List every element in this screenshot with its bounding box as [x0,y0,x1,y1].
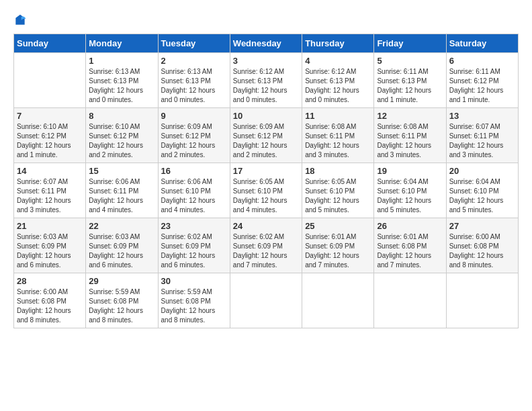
day-info: Sunrise: 6:08 AM Sunset: 6:11 PM Dayligh… [377,122,443,160]
day-number: 6 [449,56,515,66]
day-number: 28 [17,276,83,286]
day-number: 26 [377,221,443,231]
calendar-day-cell: 12Sunrise: 6:08 AM Sunset: 6:11 PM Dayli… [374,108,446,163]
calendar-day-cell: 20Sunrise: 6:04 AM Sunset: 6:10 PM Dayli… [446,163,518,218]
calendar-header-cell: Friday [374,34,446,53]
day-info: Sunrise: 6:09 AM Sunset: 6:12 PM Dayligh… [233,122,299,160]
day-info: Sunrise: 6:01 AM Sunset: 6:08 PM Dayligh… [377,232,443,270]
calendar-header-cell: Saturday [446,34,518,53]
day-number: 5 [377,56,443,66]
day-info: Sunrise: 6:02 AM Sunset: 6:09 PM Dayligh… [233,232,299,270]
day-info: Sunrise: 6:11 AM Sunset: 6:13 PM Dayligh… [377,67,443,105]
calendar-header-cell: Thursday [302,34,374,53]
calendar-day-cell: 30Sunrise: 5:59 AM Sunset: 6:08 PM Dayli… [158,273,230,328]
day-info: Sunrise: 6:07 AM Sunset: 6:11 PM Dayligh… [17,177,83,215]
calendar-day-cell: 7Sunrise: 6:10 AM Sunset: 6:12 PM Daylig… [14,108,86,163]
day-info: Sunrise: 6:13 AM Sunset: 6:13 PM Dayligh… [89,67,154,105]
day-info: Sunrise: 6:00 AM Sunset: 6:08 PM Dayligh… [17,287,83,325]
calendar-day-cell: 13Sunrise: 6:07 AM Sunset: 6:11 PM Dayli… [446,108,518,163]
day-info: Sunrise: 6:13 AM Sunset: 6:13 PM Dayligh… [161,67,227,105]
day-number: 1 [89,56,154,66]
calendar-day-cell: 16Sunrise: 6:06 AM Sunset: 6:10 PM Dayli… [158,163,230,218]
calendar-day-cell: 27Sunrise: 6:00 AM Sunset: 6:08 PM Dayli… [446,218,518,273]
calendar-day-cell [14,53,86,108]
day-info: Sunrise: 6:00 AM Sunset: 6:08 PM Dayligh… [449,232,515,270]
day-number: 2 [161,56,227,66]
day-info: Sunrise: 6:10 AM Sunset: 6:12 PM Dayligh… [17,122,83,160]
day-number: 10 [233,111,299,121]
calendar-table: SundayMondayTuesdayWednesdayThursdayFrid… [13,34,519,328]
day-info: Sunrise: 6:04 AM Sunset: 6:10 PM Dayligh… [377,177,443,215]
calendar-week-row: 1Sunrise: 6:13 AM Sunset: 6:13 PM Daylig… [14,53,519,108]
calendar-header-cell: Monday [86,34,158,53]
day-info: Sunrise: 6:04 AM Sunset: 6:10 PM Dayligh… [449,177,515,215]
calendar-day-cell: 25Sunrise: 6:01 AM Sunset: 6:09 PM Dayli… [302,218,374,273]
day-info: Sunrise: 6:11 AM Sunset: 6:12 PM Dayligh… [449,67,515,105]
day-number: 9 [161,111,227,121]
day-number: 29 [89,276,154,286]
calendar-week-row: 14Sunrise: 6:07 AM Sunset: 6:11 PM Dayli… [14,163,519,218]
calendar-day-cell: 24Sunrise: 6:02 AM Sunset: 6:09 PM Dayli… [230,218,302,273]
day-number: 18 [305,166,371,176]
calendar-day-cell: 9Sunrise: 6:09 AM Sunset: 6:12 PM Daylig… [158,108,230,163]
day-number: 24 [233,221,299,231]
day-info: Sunrise: 6:12 AM Sunset: 6:13 PM Dayligh… [233,67,299,105]
calendar-day-cell: 15Sunrise: 6:06 AM Sunset: 6:11 PM Dayli… [86,163,158,218]
day-number: 11 [305,111,371,121]
day-info: Sunrise: 6:12 AM Sunset: 6:13 PM Dayligh… [305,67,371,105]
day-info: Sunrise: 6:09 AM Sunset: 6:12 PM Dayligh… [161,122,227,160]
calendar-day-cell: 18Sunrise: 6:05 AM Sunset: 6:10 PM Dayli… [302,163,374,218]
calendar-header-cell: Wednesday [230,34,302,53]
calendar-day-cell [230,273,302,328]
calendar-week-row: 21Sunrise: 6:03 AM Sunset: 6:09 PM Dayli… [14,218,519,273]
calendar-day-cell: 28Sunrise: 6:00 AM Sunset: 6:08 PM Dayli… [14,273,86,328]
day-info: Sunrise: 6:05 AM Sunset: 6:10 PM Dayligh… [233,177,299,215]
logo-icon [13,13,27,27]
day-info: Sunrise: 6:10 AM Sunset: 6:12 PM Dayligh… [89,122,154,160]
day-info: Sunrise: 6:06 AM Sunset: 6:10 PM Dayligh… [161,177,227,215]
day-number: 8 [89,111,154,121]
day-number: 4 [305,56,371,66]
calendar-day-cell: 11Sunrise: 6:08 AM Sunset: 6:11 PM Dayli… [302,108,374,163]
day-number: 30 [161,276,227,286]
calendar-day-cell: 21Sunrise: 6:03 AM Sunset: 6:09 PM Dayli… [14,218,86,273]
day-number: 3 [233,56,299,66]
day-info: Sunrise: 5:59 AM Sunset: 6:08 PM Dayligh… [161,287,227,325]
calendar-header-cell: Tuesday [158,34,230,53]
day-number: 19 [377,166,443,176]
logo [13,13,30,27]
day-info: Sunrise: 5:59 AM Sunset: 6:08 PM Dayligh… [89,287,154,325]
day-number: 14 [17,166,83,176]
calendar-week-row: 7Sunrise: 6:10 AM Sunset: 6:12 PM Daylig… [14,108,519,163]
calendar-day-cell: 29Sunrise: 5:59 AM Sunset: 6:08 PM Dayli… [86,273,158,328]
calendar-day-cell: 1Sunrise: 6:13 AM Sunset: 6:13 PM Daylig… [86,53,158,108]
calendar-day-cell [302,273,374,328]
day-number: 27 [449,221,515,231]
day-number: 25 [305,221,371,231]
calendar-day-cell: 17Sunrise: 6:05 AM Sunset: 6:10 PM Dayli… [230,163,302,218]
calendar-body: 1Sunrise: 6:13 AM Sunset: 6:13 PM Daylig… [14,53,519,328]
calendar-day-cell: 6Sunrise: 6:11 AM Sunset: 6:12 PM Daylig… [446,53,518,108]
day-number: 12 [377,111,443,121]
day-number: 17 [233,166,299,176]
day-number: 22 [89,221,154,231]
day-number: 13 [449,111,515,121]
day-number: 23 [161,221,227,231]
calendar-day-cell: 4Sunrise: 6:12 AM Sunset: 6:13 PM Daylig… [302,53,374,108]
calendar-day-cell: 3Sunrise: 6:12 AM Sunset: 6:13 PM Daylig… [230,53,302,108]
calendar-day-cell: 8Sunrise: 6:10 AM Sunset: 6:12 PM Daylig… [86,108,158,163]
calendar-week-row: 28Sunrise: 6:00 AM Sunset: 6:08 PM Dayli… [14,273,519,328]
calendar-day-cell: 10Sunrise: 6:09 AM Sunset: 6:12 PM Dayli… [230,108,302,163]
day-info: Sunrise: 6:02 AM Sunset: 6:09 PM Dayligh… [161,232,227,270]
day-number: 15 [89,166,154,176]
day-number: 16 [161,166,227,176]
day-number: 20 [449,166,515,176]
day-number: 7 [17,111,83,121]
day-info: Sunrise: 6:08 AM Sunset: 6:11 PM Dayligh… [305,122,371,160]
calendar-day-cell [446,273,518,328]
calendar-header-row: SundayMondayTuesdayWednesdayThursdayFrid… [14,34,519,53]
calendar-day-cell: 26Sunrise: 6:01 AM Sunset: 6:08 PM Dayli… [374,218,446,273]
calendar-day-cell: 19Sunrise: 6:04 AM Sunset: 6:10 PM Dayli… [374,163,446,218]
calendar-day-cell: 5Sunrise: 6:11 AM Sunset: 6:13 PM Daylig… [374,53,446,108]
calendar-day-cell [374,273,446,328]
